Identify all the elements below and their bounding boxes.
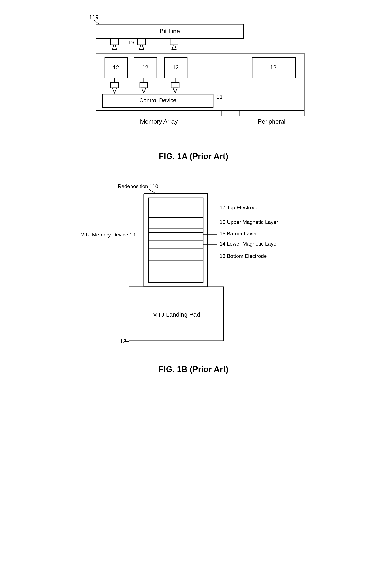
svg-line-47 <box>148 189 156 193</box>
fig1a-caption: FIG. 1A (Prior Art) <box>17 152 370 161</box>
svg-text:MTJ Landing Pad: MTJ Landing Pad <box>152 311 200 318</box>
svg-text:13  Bottom Electrode: 13 Bottom Electrode <box>220 253 267 259</box>
page-container: 119 Bit Line 19 12 12 12 <box>0 0 387 588</box>
svg-text:16  Upper Magnetic Layer: 16 Upper Magnetic Layer <box>220 219 278 225</box>
svg-text:15  Barrier Layer: 15 Barrier Layer <box>220 231 257 236</box>
svg-rect-29 <box>140 82 148 88</box>
svg-rect-26 <box>110 82 118 88</box>
svg-text:119: 119 <box>89 14 98 20</box>
svg-text:12: 12 <box>120 338 126 344</box>
svg-text:12': 12' <box>270 64 278 71</box>
svg-line-1 <box>94 20 99 24</box>
svg-text:14  Lower Magnetic Layer: 14 Lower Magnetic Layer <box>220 241 278 247</box>
svg-text:Control Device: Control Device <box>139 97 176 104</box>
fig1a-diagram: 119 Bit Line 19 12 12 12 <box>74 13 313 147</box>
svg-text:Memory Array: Memory Array <box>140 118 178 125</box>
svg-rect-32 <box>171 82 179 88</box>
svg-text:19: 19 <box>128 39 134 46</box>
svg-rect-9 <box>138 38 146 45</box>
svg-text:Redeposition 110: Redeposition 110 <box>118 183 158 189</box>
svg-text:12: 12 <box>142 64 148 71</box>
svg-text:Bit Line: Bit Line <box>160 28 180 34</box>
fig1b-caption: FIG. 1B (Prior Art) <box>17 365 370 374</box>
svg-text:11: 11 <box>216 93 223 100</box>
svg-rect-6 <box>110 38 118 45</box>
svg-text:12: 12 <box>172 64 179 71</box>
fig1b-diagram: Redeposition 110 MTJ Memory Device 19 17… <box>74 176 313 363</box>
svg-text:Peripheral: Peripheral <box>258 118 285 125</box>
svg-text:12: 12 <box>113 64 119 71</box>
svg-text:17  Top Electrode: 17 Top Electrode <box>220 205 259 210</box>
svg-text:MTJ Memory Device 19: MTJ Memory Device 19 <box>80 232 135 237</box>
svg-rect-12 <box>170 38 178 45</box>
